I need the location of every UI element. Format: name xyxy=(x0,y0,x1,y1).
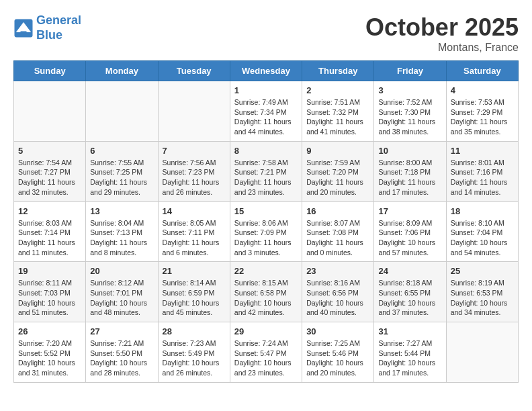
calendar-cell: 20Sunrise: 8:12 AM Sunset: 7:01 PM Dayli… xyxy=(86,262,158,322)
calendar-cell: 5Sunrise: 7:54 AM Sunset: 7:27 PM Daylig… xyxy=(14,141,86,201)
col-header-tuesday: Tuesday xyxy=(158,61,230,81)
calendar-cell: 24Sunrise: 8:18 AM Sunset: 6:55 PM Dayli… xyxy=(374,262,446,322)
location: Montans, France xyxy=(365,42,519,54)
day-number: 18 xyxy=(451,206,514,216)
day-number: 25 xyxy=(451,266,514,276)
day-number: 22 xyxy=(234,266,298,276)
calendar-cell: 19Sunrise: 8:11 AM Sunset: 7:03 PM Dayli… xyxy=(14,262,86,322)
calendar-cell: 6Sunrise: 7:55 AM Sunset: 7:25 PM Daylig… xyxy=(86,141,158,201)
day-info: Sunrise: 7:23 AM Sunset: 5:49 PM Dayligh… xyxy=(163,338,226,378)
day-info: Sunrise: 7:20 AM Sunset: 5:52 PM Dayligh… xyxy=(18,338,81,378)
day-info: Sunrise: 8:06 AM Sunset: 7:09 PM Dayligh… xyxy=(234,218,298,258)
calendar-table: SundayMondayTuesdayWednesdayThursdayFrid… xyxy=(13,60,519,383)
day-info: Sunrise: 7:58 AM Sunset: 7:21 PM Dayligh… xyxy=(234,158,298,197)
day-info: Sunrise: 8:16 AM Sunset: 6:56 PM Dayligh… xyxy=(306,278,369,318)
day-info: Sunrise: 8:00 AM Sunset: 7:18 PM Dayligh… xyxy=(378,158,441,197)
day-number: 4 xyxy=(451,85,514,95)
day-number: 14 xyxy=(163,206,226,216)
day-number: 10 xyxy=(378,146,441,156)
title-block: October 2025 Montans, France xyxy=(365,13,519,54)
calendar-cell xyxy=(14,81,86,142)
day-number: 13 xyxy=(90,206,153,216)
calendar-cell: 11Sunrise: 8:01 AM Sunset: 7:16 PM Dayli… xyxy=(446,141,518,201)
day-info: Sunrise: 7:59 AM Sunset: 7:20 PM Dayligh… xyxy=(306,158,369,197)
calendar-cell: 26Sunrise: 7:20 AM Sunset: 5:52 PM Dayli… xyxy=(14,322,86,383)
col-header-thursday: Thursday xyxy=(302,61,374,81)
calendar-cell: 27Sunrise: 7:21 AM Sunset: 5:50 PM Dayli… xyxy=(86,322,158,383)
calendar-cell: 30Sunrise: 7:25 AM Sunset: 5:46 PM Dayli… xyxy=(302,322,374,383)
calendar-cell: 14Sunrise: 8:05 AM Sunset: 7:11 PM Dayli… xyxy=(158,201,230,262)
day-info: Sunrise: 7:24 AM Sunset: 5:47 PM Dayligh… xyxy=(234,338,298,378)
calendar-week-5: 26Sunrise: 7:20 AM Sunset: 5:52 PM Dayli… xyxy=(14,322,519,383)
month-title: October 2025 xyxy=(365,13,519,42)
day-number: 16 xyxy=(306,206,369,216)
calendar-cell: 31Sunrise: 7:27 AM Sunset: 5:44 PM Dayli… xyxy=(374,322,446,383)
day-number: 9 xyxy=(306,146,369,156)
day-number: 20 xyxy=(90,266,153,276)
col-header-friday: Friday xyxy=(374,61,446,81)
day-number: 24 xyxy=(378,266,441,276)
logo-icon xyxy=(13,18,34,38)
calendar-cell: 15Sunrise: 8:06 AM Sunset: 7:09 PM Dayli… xyxy=(230,201,302,262)
calendar-cell: 4Sunrise: 7:53 AM Sunset: 7:29 PM Daylig… xyxy=(446,81,518,142)
day-number: 19 xyxy=(18,266,81,276)
day-number: 23 xyxy=(306,266,369,276)
day-number: 6 xyxy=(90,146,153,156)
day-info: Sunrise: 7:51 AM Sunset: 7:32 PM Dayligh… xyxy=(306,97,369,137)
day-info: Sunrise: 8:05 AM Sunset: 7:11 PM Dayligh… xyxy=(163,218,226,258)
day-number: 26 xyxy=(18,326,81,336)
day-info: Sunrise: 7:27 AM Sunset: 5:44 PM Dayligh… xyxy=(378,338,441,378)
calendar-cell: 3Sunrise: 7:52 AM Sunset: 7:30 PM Daylig… xyxy=(374,81,446,142)
day-number: 29 xyxy=(234,326,298,336)
logo-line1: General xyxy=(36,13,81,27)
calendar-week-4: 19Sunrise: 8:11 AM Sunset: 7:03 PM Dayli… xyxy=(14,262,519,322)
day-info: Sunrise: 8:10 AM Sunset: 7:04 PM Dayligh… xyxy=(451,218,514,258)
calendar-cell: 16Sunrise: 8:07 AM Sunset: 7:08 PM Dayli… xyxy=(302,201,374,262)
calendar-cell: 28Sunrise: 7:23 AM Sunset: 5:49 PM Dayli… xyxy=(158,322,230,383)
calendar-cell xyxy=(446,322,518,383)
calendar-cell: 22Sunrise: 8:15 AM Sunset: 6:58 PM Dayli… xyxy=(230,262,302,322)
svg-rect-2 xyxy=(21,31,27,34)
day-info: Sunrise: 8:18 AM Sunset: 6:55 PM Dayligh… xyxy=(378,278,441,318)
day-number: 27 xyxy=(90,326,153,336)
day-info: Sunrise: 7:21 AM Sunset: 5:50 PM Dayligh… xyxy=(90,338,153,378)
calendar-cell: 2Sunrise: 7:51 AM Sunset: 7:32 PM Daylig… xyxy=(302,81,374,142)
logo: General Blue xyxy=(13,13,81,42)
calendar-week-1: 1Sunrise: 7:49 AM Sunset: 7:34 PM Daylig… xyxy=(14,81,519,142)
calendar-cell: 7Sunrise: 7:56 AM Sunset: 7:23 PM Daylig… xyxy=(158,141,230,201)
calendar-cell: 18Sunrise: 8:10 AM Sunset: 7:04 PM Dayli… xyxy=(446,201,518,262)
day-number: 5 xyxy=(18,146,81,156)
col-header-sunday: Sunday xyxy=(14,61,86,81)
calendar-cell xyxy=(86,81,158,142)
day-headers: SundayMondayTuesdayWednesdayThursdayFrid… xyxy=(14,61,519,81)
col-header-saturday: Saturday xyxy=(446,61,518,81)
day-info: Sunrise: 8:12 AM Sunset: 7:01 PM Dayligh… xyxy=(90,278,153,318)
day-info: Sunrise: 8:19 AM Sunset: 6:53 PM Dayligh… xyxy=(451,278,514,318)
day-number: 1 xyxy=(234,85,298,95)
day-info: Sunrise: 8:14 AM Sunset: 6:59 PM Dayligh… xyxy=(163,278,226,318)
calendar-cell: 29Sunrise: 7:24 AM Sunset: 5:47 PM Dayli… xyxy=(230,322,302,383)
day-number: 15 xyxy=(234,206,298,216)
calendar-week-3: 12Sunrise: 8:03 AM Sunset: 7:14 PM Dayli… xyxy=(14,201,519,262)
day-number: 11 xyxy=(451,146,514,156)
day-info: Sunrise: 7:49 AM Sunset: 7:34 PM Dayligh… xyxy=(234,97,298,137)
day-number: 31 xyxy=(378,326,441,336)
calendar-cell: 21Sunrise: 8:14 AM Sunset: 6:59 PM Dayli… xyxy=(158,262,230,322)
day-number: 21 xyxy=(163,266,226,276)
day-number: 30 xyxy=(306,326,369,336)
day-number: 17 xyxy=(378,206,441,216)
day-number: 28 xyxy=(163,326,226,336)
calendar-week-2: 5Sunrise: 7:54 AM Sunset: 7:27 PM Daylig… xyxy=(14,141,519,201)
day-info: Sunrise: 7:56 AM Sunset: 7:23 PM Dayligh… xyxy=(163,158,226,197)
day-info: Sunrise: 8:09 AM Sunset: 7:06 PM Dayligh… xyxy=(378,218,441,258)
col-header-monday: Monday xyxy=(86,61,158,81)
day-number: 2 xyxy=(306,85,369,95)
day-info: Sunrise: 7:53 AM Sunset: 7:29 PM Dayligh… xyxy=(451,97,514,137)
day-info: Sunrise: 7:25 AM Sunset: 5:46 PM Dayligh… xyxy=(306,338,369,378)
day-info: Sunrise: 8:01 AM Sunset: 7:16 PM Dayligh… xyxy=(451,158,514,197)
logo-line2: Blue xyxy=(36,28,62,42)
day-number: 8 xyxy=(234,146,298,156)
day-info: Sunrise: 7:52 AM Sunset: 7:30 PM Dayligh… xyxy=(378,97,441,137)
page-header: General Blue October 2025 Montans, Franc… xyxy=(13,13,519,54)
day-info: Sunrise: 7:55 AM Sunset: 7:25 PM Dayligh… xyxy=(90,158,153,197)
